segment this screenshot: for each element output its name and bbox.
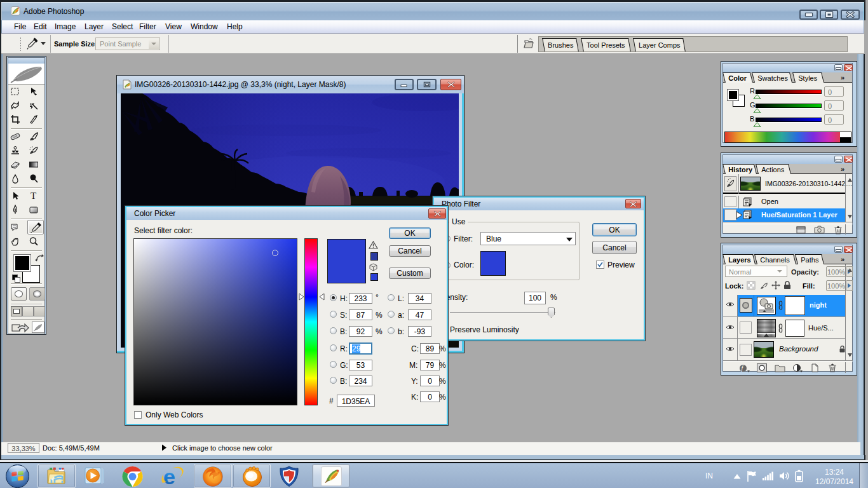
svg-text:T: T — [31, 191, 36, 201]
